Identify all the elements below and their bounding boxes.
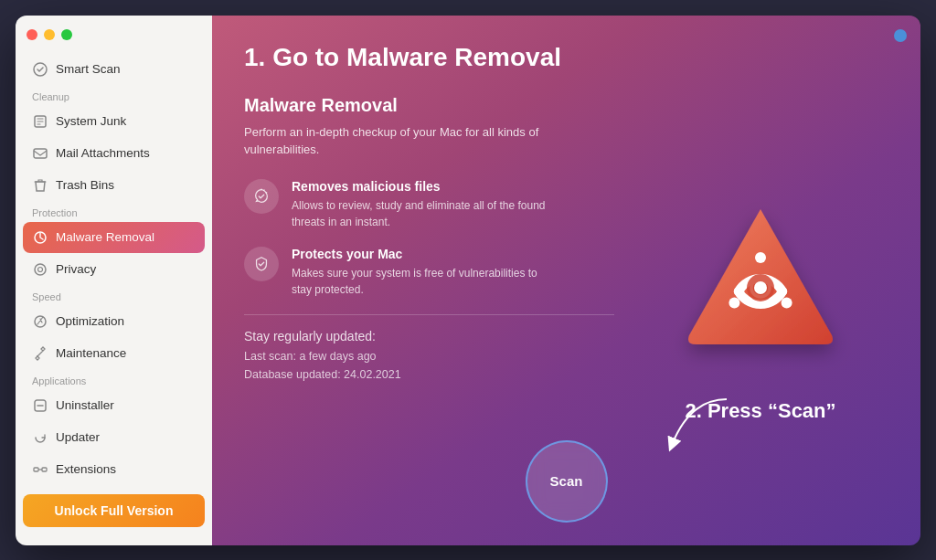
svg-point-13 (754, 281, 767, 294)
sidebar-item-updater[interactable]: Updater (23, 422, 205, 453)
sidebar-nav: Smart Scan Cleanup System Junk Mail Atta… (16, 54, 212, 485)
sidebar-bottom: Unlock Full Version (16, 485, 212, 536)
malware-removal-desc: Perform an in-depth checkup of your Mac … (244, 123, 555, 159)
sidebar-item-trash-bins[interactable]: Trash Bins (23, 170, 205, 201)
privacy-icon (32, 261, 48, 278)
sidebar-label-optimization: Optimization (56, 314, 124, 328)
sidebar-label-malware-removal: Malware Removal (56, 230, 154, 244)
svg-rect-2 (34, 149, 47, 158)
feature-icon-protect (244, 247, 279, 281)
feature-text-1: Removes malicious files Allows to review… (292, 179, 548, 230)
extensions-icon (32, 461, 48, 478)
sidebar: Smart Scan Cleanup System Junk Mail Atta… (16, 16, 212, 545)
step2-heading: 2. Press “Scan” (685, 399, 835, 423)
sidebar-label-smart-scan: Smart Scan (56, 62, 121, 76)
uninstaller-icon (32, 397, 48, 414)
trash-bins-icon (32, 177, 48, 194)
unlock-full-version-button[interactable]: Unlock Full Version (23, 494, 205, 527)
sidebar-label-uninstaller: Uninstaller (56, 398, 114, 412)
minimize-button[interactable] (44, 29, 55, 40)
smart-scan-icon (32, 61, 48, 78)
app-window: Smart Scan Cleanup System Junk Mail Atta… (16, 16, 920, 545)
sidebar-item-mail-attachments[interactable]: Mail Attachments (23, 138, 205, 169)
status-dot (894, 29, 907, 42)
feature-desc-2: Makes sure your system is free of vulner… (292, 265, 548, 298)
db-updated: Database updated: 24.02.2021 (244, 365, 614, 384)
sidebar-item-uninstaller[interactable]: Uninstaller (23, 390, 205, 421)
scan-button[interactable]: Scan (526, 440, 608, 523)
svg-rect-8 (34, 468, 38, 471)
update-title: Stay regularly updated: (244, 329, 614, 343)
sidebar-label-trash-bins: Trash Bins (56, 178, 114, 192)
sidebar-label-system-junk: System Junk (56, 114, 126, 128)
svg-point-15 (782, 298, 792, 309)
sidebar-label-privacy: Privacy (56, 262, 96, 276)
svg-point-5 (38, 267, 43, 271)
svg-point-4 (35, 264, 46, 275)
feature-text-2: Protects your Mac Makes sure your system… (292, 247, 548, 298)
biohazard-graphic (669, 189, 852, 372)
system-junk-icon (32, 113, 48, 130)
section-speed: Speed (23, 286, 205, 306)
sidebar-item-optimization[interactable]: Optimization (23, 306, 205, 337)
updater-icon (32, 429, 48, 446)
sidebar-item-system-junk[interactable]: System Junk (23, 106, 205, 137)
feature-icon-malicious (244, 179, 279, 214)
svg-rect-9 (42, 468, 47, 471)
malware-removal-title: Malware Removal (244, 95, 614, 116)
sidebar-item-privacy[interactable]: Privacy (23, 254, 205, 285)
svg-point-16 (729, 298, 739, 309)
section-applications: Applications (23, 370, 205, 390)
feature-item-1: Removes malicious files Allows to review… (244, 179, 614, 230)
main-content: 1. Go to Malware Removal Malware Removal… (212, 16, 920, 545)
feature-desc-1: Allows to review, study and eliminate al… (292, 197, 548, 230)
sidebar-label-updater: Updater (56, 430, 100, 444)
optimization-icon (32, 313, 48, 330)
section-cleanup: Cleanup (23, 86, 205, 106)
titlebar (16, 16, 212, 54)
sidebar-item-extensions[interactable]: Extensions (23, 454, 205, 485)
maintenance-icon (32, 345, 48, 362)
sidebar-item-smart-scan[interactable]: Smart Scan (23, 54, 205, 85)
section-protection: Protection (23, 202, 205, 222)
feature-title-1: Removes malicious files (292, 179, 548, 194)
mail-attachments-icon (32, 145, 48, 162)
sidebar-item-maintenance[interactable]: Maintenance (23, 338, 205, 369)
right-panel: 2. Press “Scan” (633, 95, 888, 518)
sidebar-label-mail-attachments: Mail Attachments (56, 146, 150, 160)
step1-heading: 1. Go to Malware Removal (244, 43, 888, 72)
close-button[interactable] (27, 29, 37, 40)
malware-removal-icon (32, 229, 48, 246)
svg-point-14 (755, 252, 766, 263)
sidebar-label-extensions: Extensions (56, 462, 116, 476)
svg-point-6 (35, 316, 46, 327)
sidebar-item-malware-removal[interactable]: Malware Removal (23, 222, 205, 253)
scan-button-wrap: Scan (526, 440, 608, 523)
maximize-button[interactable] (61, 29, 72, 40)
update-section: Stay regularly updated: Last scan: a few… (244, 329, 614, 384)
sidebar-label-maintenance: Maintenance (56, 346, 126, 360)
divider (244, 314, 614, 315)
last-scan: Last scan: a few days ago (244, 347, 614, 365)
feature-title-2: Protects your Mac (292, 247, 548, 261)
feature-item-2: Protects your Mac Makes sure your system… (244, 247, 614, 298)
